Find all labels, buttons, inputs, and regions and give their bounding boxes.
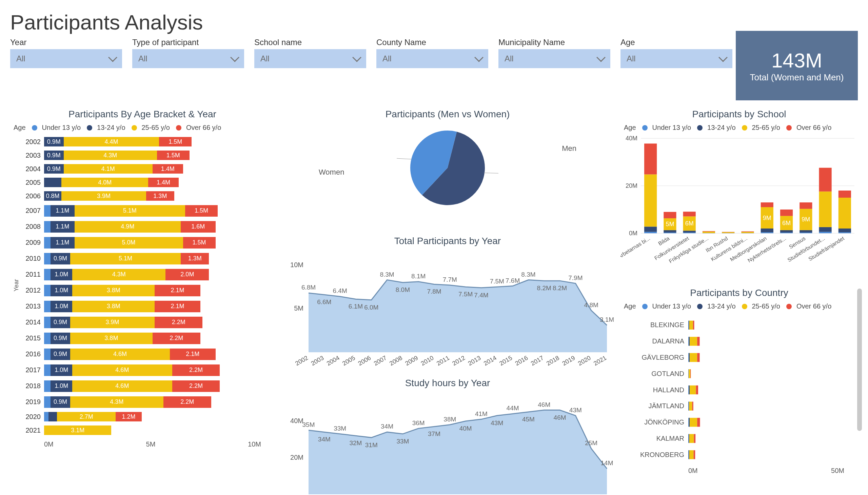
- bar-segment[interactable]: [702, 231, 715, 232]
- bar-segment[interactable]: 1.3M: [146, 191, 174, 201]
- bar-segment[interactable]: [688, 386, 690, 394]
- bar-segment[interactable]: 3.8M: [72, 301, 155, 312]
- bar-segment[interactable]: [664, 212, 676, 218]
- bar-segment[interactable]: [692, 402, 693, 411]
- bar-segment[interactable]: [722, 232, 734, 233]
- bar-segment[interactable]: [49, 412, 57, 422]
- bar-segment[interactable]: [644, 226, 657, 232]
- bar-segment[interactable]: 1.4M: [153, 164, 183, 174]
- bar-segment[interactable]: [690, 386, 696, 394]
- bar-segment[interactable]: 2.1M: [155, 301, 200, 312]
- bar-segment[interactable]: 2.2M: [172, 380, 220, 392]
- bar-segment[interactable]: [696, 386, 698, 394]
- bar-segment[interactable]: 4.9M: [74, 221, 181, 233]
- bar-segment[interactable]: [44, 205, 51, 217]
- bar-segment[interactable]: 1.3M: [181, 253, 209, 264]
- bar-segment[interactable]: [694, 450, 695, 459]
- bar-segment[interactable]: 2.2M: [172, 364, 220, 376]
- bar-segment[interactable]: [683, 231, 696, 233]
- bar-segment[interactable]: 0.9M: [51, 348, 70, 360]
- slicer-municipality[interactable]: All: [498, 49, 610, 68]
- bar-segment[interactable]: [838, 190, 851, 198]
- bar-segment[interactable]: [800, 233, 812, 233]
- bar-segment[interactable]: 3.9M: [70, 317, 155, 328]
- bar-segment[interactable]: [761, 202, 773, 207]
- bar-segment[interactable]: 4.3M: [64, 151, 157, 160]
- chart-pie[interactable]: Women Men: [278, 124, 617, 232]
- bar-segment[interactable]: 4.3M: [72, 269, 166, 280]
- bar-segment[interactable]: [689, 402, 692, 411]
- bar-row[interactable]: 20171.0M4.6M2.2M: [44, 362, 261, 378]
- bar-row[interactable]: 20040.9M4.1M1.4M: [44, 162, 261, 176]
- chart-by-school[interactable]: 0M20M40MArbetarnas bi...5MBilda6MFolkuni…: [620, 135, 858, 277]
- bar-segment[interactable]: 2.1M: [155, 285, 200, 296]
- bar-segment[interactable]: [688, 321, 688, 329]
- bar-segment[interactable]: [688, 337, 688, 346]
- bar-segment[interactable]: [741, 232, 754, 233]
- bar-segment[interactable]: [689, 450, 694, 459]
- bar-segment[interactable]: 4.6M: [70, 348, 170, 360]
- bar-segment[interactable]: 1.4M: [148, 178, 179, 187]
- bar-segment[interactable]: [780, 209, 793, 216]
- bar-segment[interactable]: [690, 418, 697, 427]
- bar-segment[interactable]: [44, 317, 51, 328]
- bar-segment[interactable]: [690, 369, 691, 378]
- bar-segment[interactable]: [688, 369, 688, 378]
- bar-segment[interactable]: [688, 337, 690, 346]
- bar-segment[interactable]: 4.6M: [72, 364, 172, 376]
- bar-segment[interactable]: 1.5M: [185, 205, 218, 217]
- bar-segment[interactable]: [44, 285, 51, 296]
- bar-row[interactable]: 20054.0M1.4M: [44, 176, 261, 189]
- bar-segment[interactable]: 3.8M: [70, 332, 153, 344]
- bar-segment[interactable]: 2.7M: [57, 412, 116, 422]
- bar-segment[interactable]: 0.9M: [51, 332, 70, 344]
- bar-segment[interactable]: [44, 237, 51, 249]
- bar-segment[interactable]: 4.3M: [70, 396, 164, 408]
- bar-segment[interactable]: [644, 174, 657, 226]
- bar-segment[interactable]: 1.1M: [51, 205, 74, 217]
- bar-segment[interactable]: 1.6M: [181, 221, 215, 233]
- bar-segment[interactable]: [644, 232, 657, 233]
- bar-segment[interactable]: [819, 168, 831, 191]
- bar-segment[interactable]: [689, 321, 693, 329]
- bar-segment[interactable]: 4.6M: [72, 380, 172, 392]
- bar-segment[interactable]: 1.5M: [183, 237, 216, 249]
- chart-total-year[interactable]: 5M10M6.8M6.6M6.4M6.1M6.0M8.3M8.0M8.1M7.8…: [278, 251, 617, 376]
- bar-segment[interactable]: 4.1M: [64, 164, 153, 174]
- chart-study-year[interactable]: 20M40M35M34M33M32M31M34M33M36M37M38M40M4…: [278, 393, 617, 495]
- bar-segment[interactable]: [44, 269, 51, 280]
- bar-segment[interactable]: [702, 232, 715, 233]
- bar-segment[interactable]: [838, 232, 851, 233]
- bar-segment[interactable]: [819, 227, 831, 232]
- bar-segment[interactable]: [44, 221, 51, 233]
- bar-segment[interactable]: 3.1M: [44, 426, 111, 435]
- bar-segment[interactable]: 1.0M: [51, 269, 72, 280]
- bar-row[interactable]: 20150.9M3.8M2.2M: [44, 330, 261, 346]
- bar-row[interactable]: 20181.0M4.6M2.2M: [44, 378, 261, 394]
- bar-segment[interactable]: 2.0M: [166, 269, 209, 280]
- bar-segment[interactable]: [688, 418, 690, 427]
- bar-segment[interactable]: [44, 364, 51, 376]
- bar-segment[interactable]: 1.0M: [51, 301, 72, 312]
- bar-segment[interactable]: 0.9M: [51, 253, 70, 264]
- bar-segment[interactable]: [690, 353, 697, 362]
- bar-segment[interactable]: 1.0M: [51, 285, 72, 296]
- bar-segment[interactable]: [688, 386, 688, 394]
- bar-segment[interactable]: 4.4M: [64, 137, 159, 147]
- bar-row[interactable]: 20121.0M3.8M2.1M: [44, 283, 261, 298]
- bar-segment[interactable]: 3.8M: [72, 285, 155, 296]
- bar-segment[interactable]: 1.1M: [51, 237, 74, 249]
- bar-segment[interactable]: [741, 231, 754, 232]
- bar-segment[interactable]: 0.8M: [44, 191, 62, 201]
- bar-segment[interactable]: [780, 230, 793, 233]
- bar-segment[interactable]: [838, 228, 851, 232]
- bar-segment[interactable]: [688, 353, 688, 362]
- bar-segment[interactable]: 1.2M: [116, 412, 142, 422]
- bar-segment[interactable]: [741, 233, 754, 233]
- bar-segment[interactable]: [697, 337, 699, 346]
- chart-age-bracket[interactable]: Participants By Age Bracket & Year AgeUn…: [10, 105, 275, 495]
- bar-row[interactable]: 20131.0M3.8M2.1M: [44, 298, 261, 314]
- bar-segment[interactable]: [690, 337, 697, 346]
- bar-row[interactable]: 20100.9M5.1M1.3M: [44, 251, 261, 267]
- bar-segment[interactable]: 0.9M: [44, 164, 64, 174]
